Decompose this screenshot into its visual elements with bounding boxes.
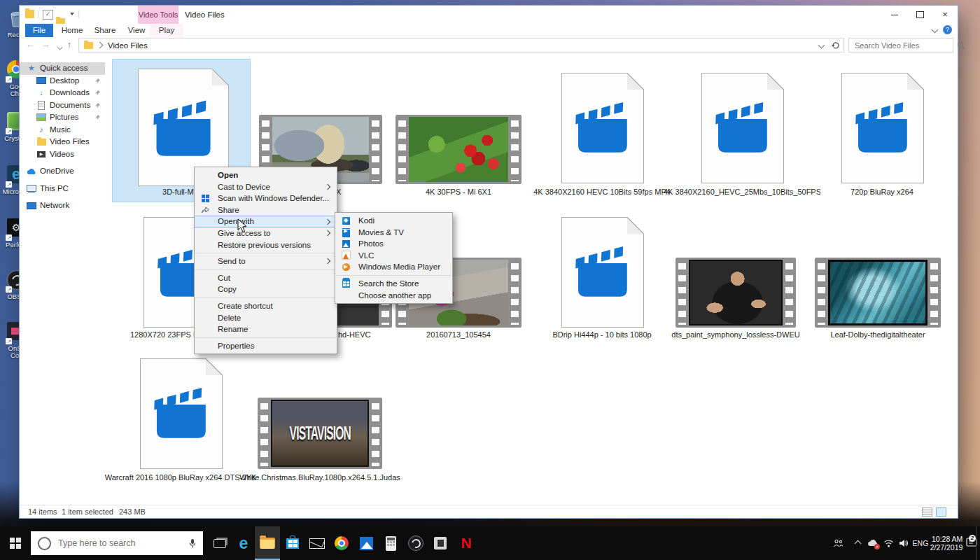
breadcrumb-chevron-icon[interactable] [97, 42, 104, 49]
open-with-search-the-store[interactable]: Search the Store [335, 278, 452, 290]
video-file-icon[interactable] [561, 217, 644, 328]
file-name[interactable]: 4K 30FPS - Mi 6X1 [396, 188, 522, 196]
address-dropdown-icon[interactable] [818, 42, 825, 49]
video-file-icon[interactable] [561, 73, 644, 183]
ribbon-collapse-icon[interactable] [932, 27, 939, 34]
menu-item-delete[interactable]: Delete [195, 312, 337, 324]
sidebar-item-quick-access[interactable]: ★Quick access [20, 62, 105, 75]
sidebar-item-desktop[interactable]: Desktop [20, 75, 105, 88]
thumbnail-view-toggle-icon[interactable] [936, 507, 946, 517]
sidebar-item-network[interactable]: Network [20, 200, 105, 212]
file-name[interactable]: 4K 3840X2160 HEVC 10Bits 59fps MP4 [528, 188, 676, 196]
tray-expand-chevron-icon[interactable] [850, 526, 865, 560]
sidebar-item-music[interactable]: ♪Music [20, 124, 105, 136]
menu-item-open-with[interactable]: Open with [195, 216, 337, 227]
file-name[interactable]: 20160713_105454 [396, 330, 522, 339]
taskbar-task-view[interactable] [207, 526, 232, 560]
taskbar-calculator[interactable] [378, 526, 403, 560]
menu-item-rename[interactable]: Rename [195, 323, 337, 335]
video-thumbnail[interactable]: VISTAVISION [258, 398, 382, 469]
wifi-icon[interactable] [881, 526, 896, 560]
menu-item-share[interactable]: Share [195, 204, 337, 216]
start-button[interactable] [0, 526, 31, 560]
video-thumbnail[interactable] [396, 115, 522, 184]
menu-item-cut[interactable]: Cut [195, 272, 337, 284]
breadcrumb[interactable]: Video Files [108, 41, 148, 50]
open-with-movies-tv[interactable]: ▶Movies & TV [335, 227, 452, 239]
video-thumbnail[interactable] [676, 258, 796, 328]
menu-item-copy[interactable]: Copy [195, 284, 337, 295]
taskbar-mail[interactable] [304, 526, 330, 560]
taskbar-photos-app[interactable] [354, 526, 379, 560]
video-file-icon[interactable] [140, 358, 223, 469]
onedrive-tray-icon[interactable]: × [865, 526, 881, 560]
minimize-button[interactable] [882, 6, 907, 24]
sidebar-item-video-files[interactable]: Video Files [20, 136, 105, 148]
ribbon-tab-home[interactable]: Home [57, 24, 87, 37]
taskbar-search-input[interactable] [57, 538, 189, 549]
menu-item-open[interactable]: Open [195, 169, 337, 181]
file-name[interactable]: 6X [332, 188, 381, 196]
taskbar-media-app[interactable] [428, 526, 453, 560]
taskbar-search[interactable] [31, 531, 203, 555]
microphone-icon[interactable] [189, 538, 196, 549]
ribbon-tab-view[interactable]: View [123, 24, 150, 37]
video-thumbnail[interactable] [815, 258, 941, 328]
clock[interactable]: 10:28 AM2/27/2019 [930, 526, 963, 560]
open-with-windows-media-player[interactable]: ▶Windows Media Player [335, 261, 452, 273]
file-name[interactable]: White.Christmas.BluRay.1080p.x264.5.1.Ju… [231, 473, 409, 482]
close-button[interactable]: × [932, 6, 958, 24]
sidebar-item-videos[interactable]: ▶Videos [20, 148, 105, 161]
maximize-button[interactable] [907, 6, 932, 24]
video-file-icon[interactable] [841, 73, 924, 183]
sidebar-item-this-pc[interactable]: This PC [20, 183, 105, 195]
video-file-icon[interactable] [701, 73, 784, 183]
file-name[interactable]: Leaf-Dolby-thedigitaltheater [798, 330, 958, 339]
ribbon-tab-share[interactable]: Share [90, 24, 120, 37]
search-input[interactable] [849, 41, 957, 50]
taskbar-microsoft-store[interactable] [280, 526, 305, 560]
taskbar-netflix[interactable]: N [454, 526, 479, 560]
taskbar-chrome[interactable] [329, 526, 354, 560]
menu-item-create-shortcut[interactable]: Create shortcut [195, 300, 337, 312]
people-icon[interactable] [829, 526, 847, 560]
file-name[interactable]: 1280X720 23FPS H [130, 330, 195, 339]
taskbar-edge[interactable]: e [231, 526, 256, 560]
menu-item-scan-with-windows-defender-[interactable]: Scan with Windows Defender... [195, 192, 337, 204]
up-button[interactable]: ↑ [63, 38, 76, 51]
taskbar-file-explorer[interactable] [255, 526, 280, 560]
open-with-photos[interactable]: Photos [335, 238, 452, 250]
menu-item-send-to[interactable]: Send to [195, 255, 337, 267]
forward-button[interactable]: → [39, 38, 52, 51]
ribbon-tab-play[interactable]: Play [150, 24, 183, 37]
file-name[interactable]: 4K 3840X2160_HEVC_25Mbs_10Bits_50FPS_MKV [664, 188, 820, 196]
taskbar-obs[interactable] [403, 526, 428, 560]
details-view-toggle-icon[interactable] [922, 507, 932, 517]
file-name[interactable]: 720p BluRay x264 [812, 188, 952, 196]
back-button[interactable]: ← [24, 38, 36, 51]
menu-item-cast-to-device[interactable]: Cast to Device [195, 181, 337, 193]
volume-icon[interactable] [896, 526, 911, 560]
file-name[interactable]: hd-HEVC [338, 330, 394, 339]
language-indicator[interactable]: ENG [911, 526, 930, 560]
qat-properties-icon[interactable]: ✓ [43, 10, 53, 20]
ribbon-tab-file[interactable]: File [25, 24, 53, 37]
search-icon[interactable] [957, 41, 965, 50]
sidebar-item-onedrive[interactable]: OneDrive [20, 165, 105, 178]
qat-folder-icon[interactable] [25, 10, 34, 18]
sidebar-item-downloads[interactable]: ↓Downloads [20, 87, 105, 99]
menu-item-properties[interactable]: Properties [195, 340, 337, 352]
sidebar-item-pictures[interactable]: Pictures [20, 111, 105, 124]
sidebar-item-documents[interactable]: Documents [20, 99, 105, 112]
menu-item-restore-previous-versions[interactable]: Restore previous versions [195, 239, 337, 251]
open-with-vlc[interactable]: VLC [335, 250, 452, 262]
address-bar[interactable]: Video Files [78, 38, 844, 52]
refresh-icon[interactable] [831, 41, 840, 50]
help-icon[interactable]: ? [943, 25, 952, 34]
file-name[interactable]: dts_paint_symphony_lossless-DWEU [658, 330, 813, 339]
show-desktop-button[interactable] [976, 526, 980, 560]
search-box[interactable] [848, 38, 953, 52]
open-with-choose-another-app[interactable]: Choose another app [335, 290, 452, 302]
open-with-kodi[interactable]: ◆Kodi [335, 215, 452, 227]
qat-dropdown-icon[interactable] [70, 13, 74, 15]
